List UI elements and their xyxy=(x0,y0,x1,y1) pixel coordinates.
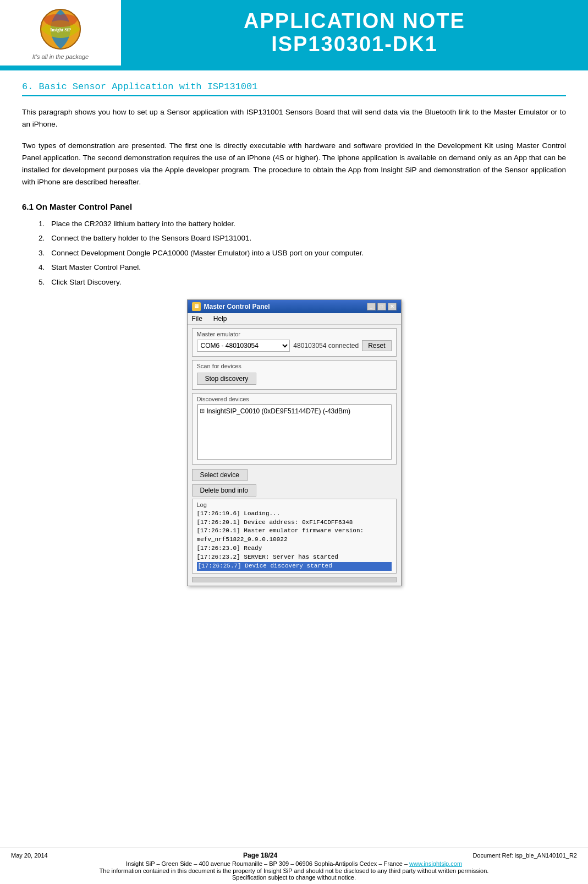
footer-row1: May 20, 2014 Page 18/24 Document Ref: is… xyxy=(11,852,577,859)
logo-tagline: It's all in the package xyxy=(32,53,89,60)
reset-button[interactable]: Reset xyxy=(362,340,391,351)
window-title: Master Control Panel xyxy=(204,303,270,310)
menu-file[interactable]: File xyxy=(190,314,205,323)
footer-disclaimer1: The information contained in this docume… xyxy=(100,867,489,874)
log-section: Log [17:26:19.6] Loading... [17:26:20.1]… xyxy=(192,499,397,574)
paragraph-1: This paragraph shows you how to set up a… xyxy=(22,106,566,131)
footer-company-line: May 20, 2014 Insight SiP – Green Side – … xyxy=(126,860,462,867)
footer-row2: May 20, 2014 Insight SiP – Green Side – … xyxy=(11,860,577,867)
footer-disclaimer2: Specification subject to change without … xyxy=(232,874,356,881)
log-line-5: [17:26:25.7] Device discovery started xyxy=(197,562,392,571)
step-1: Place the CR2032 lithium battery into th… xyxy=(39,218,566,230)
close-button[interactable]: ✕ xyxy=(388,303,397,310)
scrollbar[interactable] xyxy=(192,577,397,582)
device-name: InsightSIP_C0010 (0xDE9F51144D7E) (-43dB… xyxy=(207,407,350,415)
footer-doc-ref: Document Ref: isp_ble_AN140101_R2 xyxy=(472,852,577,859)
restore-button[interactable]: □ xyxy=(377,303,386,310)
footer-date: May 20, 2014 xyxy=(11,852,48,859)
menu-help[interactable]: Help xyxy=(211,314,229,323)
master-emulator-section: Master emulator COM6 - 480103054 4801030… xyxy=(192,328,397,357)
discovered-section: Discovered devices ⊞ InsightSIP_C0010 (0… xyxy=(192,393,397,465)
device-item[interactable]: ⊞ InsightSIP_C0010 (0xDE9F51144D7E) (-43… xyxy=(200,407,389,415)
svg-text:Insight SiP: Insight SiP xyxy=(50,28,71,32)
emulator-row: COM6 - 480103054 480103054 connected Res… xyxy=(197,340,392,352)
paragraph-2: Two types of demonstration are presented… xyxy=(22,140,566,189)
log-line-3: [17:26:23.0] Ready xyxy=(197,544,392,553)
window-controls[interactable]: _ □ ✕ xyxy=(367,303,397,310)
scan-label: Scan for devices xyxy=(197,363,392,369)
main-content: This paragraph shows you how to set up a… xyxy=(0,106,588,586)
expand-icon[interactable]: ⊞ xyxy=(200,407,205,414)
footer-link[interactable]: www.insightsip.com xyxy=(409,860,462,867)
action-buttons: Select device Delete bond info xyxy=(192,468,397,496)
titlebar-left: 🖥 Master Control Panel xyxy=(192,302,270,311)
logo-image: Insight SiP xyxy=(36,6,85,52)
log-line-2: [17:26:20.1] Master emulator firmware ve… xyxy=(197,527,392,544)
log-label: Log xyxy=(197,501,392,508)
com-select[interactable]: COM6 - 480103054 xyxy=(197,340,290,352)
header: Insight SiP It's all in the package APPL… xyxy=(0,0,588,67)
scan-section: Scan for devices Stop discovery xyxy=(192,360,397,390)
app-note-line1: APPLICATION NOTE xyxy=(244,10,465,33)
menubar: File Help xyxy=(188,313,401,325)
log-line-1: [17:26:20.1] Device address: 0xF1F4CDFF6… xyxy=(197,519,392,527)
footer: May 20, 2014 Page 18/24 Document Ref: is… xyxy=(0,848,588,884)
log-line-0: [17:26:19.6] Loading... xyxy=(197,510,392,519)
connected-text: 480103054 connected xyxy=(293,342,359,350)
control-panel-container: 🖥 Master Control Panel _ □ ✕ File Help M… xyxy=(22,299,566,587)
footer-row3: The information contained in this docume… xyxy=(11,867,577,874)
step-3: Connect Development Dongle PCA10000 (Mas… xyxy=(39,247,566,259)
stop-discovery-button[interactable]: Stop discovery xyxy=(197,373,257,385)
master-emulator-label: Master emulator xyxy=(197,331,392,337)
logo-area: Insight SiP It's all in the package xyxy=(0,0,121,66)
footer-page: Page 18/24 xyxy=(243,852,277,859)
log-line-4: [17:26:23.2] SERVER: Server has started xyxy=(197,553,392,562)
titlebar: 🖥 Master Control Panel _ □ ✕ xyxy=(188,300,401,313)
device-list: ⊞ InsightSIP_C0010 (0xDE9F51144D7E) (-43… xyxy=(197,405,392,460)
step-2: Connect the battery holder to the Sensor… xyxy=(39,232,566,244)
steps-list: Place the CR2032 lithium battery into th… xyxy=(39,218,566,288)
cyan-divider xyxy=(0,67,588,70)
discovered-label: Discovered devices xyxy=(197,396,392,402)
window-icon: 🖥 xyxy=(192,302,201,311)
delete-bond-button[interactable]: Delete bond info xyxy=(192,484,256,496)
minimize-button[interactable]: _ xyxy=(367,303,376,310)
footer-row4: Specification subject to change without … xyxy=(11,874,577,881)
subsection-title: 6.1 On Master Control Panel xyxy=(22,202,566,211)
app-note-line2: ISP130301-DK1 xyxy=(271,33,438,56)
step-5: Click Start Discovery. xyxy=(39,276,566,288)
select-device-button[interactable]: Select device xyxy=(192,469,248,481)
control-panel-window: 🖥 Master Control Panel _ □ ✕ File Help M… xyxy=(187,299,402,587)
step-4: Start Master Control Panel. xyxy=(39,261,566,274)
header-title-area: APPLICATION NOTE ISP130301-DK1 xyxy=(121,0,588,66)
log-content: [17:26:19.6] Loading... [17:26:20.1] Dev… xyxy=(197,510,392,571)
section-heading: 6. Basic Sensor Application with ISP1310… xyxy=(22,81,566,96)
